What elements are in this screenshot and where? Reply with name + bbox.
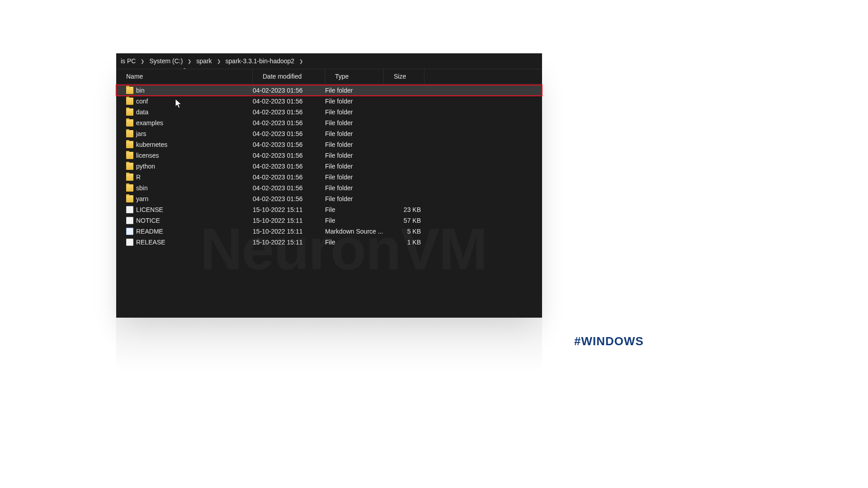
file-name: NOTICE bbox=[136, 217, 160, 224]
folder-icon bbox=[126, 141, 133, 148]
folder-icon bbox=[126, 119, 133, 127]
cell-name: sbin bbox=[126, 184, 253, 192]
column-header-size[interactable]: Size bbox=[384, 69, 425, 84]
file-row[interactable]: NOTICE15-10-2022 15:11File57 KB bbox=[116, 215, 542, 226]
file-row[interactable]: yarn04-02-2023 01:56File folder bbox=[116, 193, 542, 204]
cell-name: RELEASE bbox=[126, 239, 253, 246]
reflection-fade bbox=[116, 318, 542, 385]
cell-date: 04-02-2023 01:56 bbox=[253, 98, 325, 105]
cell-date: 04-02-2023 01:56 bbox=[253, 163, 325, 170]
cell-date: 15-10-2022 15:11 bbox=[253, 206, 325, 213]
file-name: python bbox=[136, 163, 155, 170]
cell-type: File bbox=[325, 239, 384, 246]
cell-type: File bbox=[325, 217, 384, 224]
cell-type: File folder bbox=[325, 98, 384, 105]
cell-date: 04-02-2023 01:56 bbox=[253, 195, 325, 202]
cell-type: File folder bbox=[325, 152, 384, 159]
cell-name: licenses bbox=[126, 152, 253, 159]
column-header-label: Name bbox=[126, 73, 143, 80]
cell-size: 5 KB bbox=[384, 228, 425, 235]
file-explorer-window: is PC ❯ System (C:) ❯ spark ❯ spark-3.3.… bbox=[116, 53, 542, 318]
breadcrumb-segment[interactable]: spark-3.3.1-bin-hadoop2 bbox=[223, 56, 297, 66]
hashtag-text: #WINDOWS bbox=[574, 334, 633, 343]
cell-name: yarn bbox=[126, 195, 253, 202]
file-row[interactable]: kubernetes04-02-2023 01:56File folder bbox=[116, 139, 542, 150]
breadcrumb-segment[interactable]: is PC bbox=[118, 56, 138, 66]
cell-date: 04-02-2023 01:56 bbox=[253, 108, 325, 116]
cell-name: examples bbox=[126, 119, 253, 127]
folder-icon bbox=[126, 174, 133, 181]
file-row[interactable]: bin04-02-2023 01:56File folder bbox=[116, 85, 542, 96]
cell-type: File folder bbox=[325, 174, 384, 181]
column-headers: ⌃ Name Date modified Type Size bbox=[116, 69, 542, 84]
file-row[interactable]: R04-02-2023 01:56File folder bbox=[116, 172, 542, 183]
cell-date: 04-02-2023 01:56 bbox=[253, 119, 325, 127]
column-header-label: Type bbox=[335, 73, 349, 80]
file-row[interactable]: python04-02-2023 01:56File folder bbox=[116, 161, 542, 172]
file-row[interactable]: examples04-02-2023 01:56File folder bbox=[116, 117, 542, 128]
column-header-type[interactable]: Type bbox=[325, 69, 384, 84]
chevron-right-icon[interactable]: ❯ bbox=[185, 57, 193, 65]
cell-name: R bbox=[126, 174, 253, 181]
column-header-label: Size bbox=[394, 73, 406, 80]
file-name: conf bbox=[136, 98, 148, 105]
cell-date: 15-10-2022 15:11 bbox=[253, 228, 325, 235]
cell-date: 15-10-2022 15:11 bbox=[253, 239, 325, 246]
file-row[interactable]: conf04-02-2023 01:56File folder bbox=[116, 96, 542, 107]
folder-icon bbox=[126, 184, 133, 192]
file-name: jars bbox=[136, 130, 146, 137]
file-row[interactable]: sbin04-02-2023 01:56File folder bbox=[116, 183, 542, 193]
file-name: data bbox=[136, 108, 148, 116]
file-row[interactable]: data04-02-2023 01:56File folder bbox=[116, 107, 542, 117]
cell-name: bin bbox=[126, 87, 253, 94]
cell-size: 1 KB bbox=[384, 239, 425, 246]
cell-type: File folder bbox=[325, 141, 384, 148]
chevron-right-icon[interactable]: ❯ bbox=[297, 57, 305, 65]
cell-type: File folder bbox=[325, 184, 384, 192]
file-name: examples bbox=[136, 119, 163, 127]
file-icon bbox=[126, 217, 133, 224]
cell-date: 04-02-2023 01:56 bbox=[253, 130, 325, 137]
folder-icon bbox=[126, 108, 133, 116]
column-header-name[interactable]: ⌃ Name bbox=[116, 69, 253, 84]
chevron-right-icon[interactable]: ❯ bbox=[215, 57, 223, 65]
cell-date: 04-02-2023 01:56 bbox=[253, 87, 325, 94]
chevron-right-icon[interactable]: ❯ bbox=[138, 57, 146, 65]
folder-icon bbox=[126, 98, 133, 105]
cell-date: 04-02-2023 01:56 bbox=[253, 152, 325, 159]
folder-icon bbox=[126, 130, 133, 137]
cell-name: conf bbox=[126, 98, 253, 105]
file-icon bbox=[126, 206, 133, 213]
folder-icon bbox=[126, 195, 133, 202]
column-header-date-modified[interactable]: Date modified bbox=[253, 69, 325, 84]
cell-type: File folder bbox=[325, 130, 384, 137]
cell-size: 23 KB bbox=[384, 206, 425, 213]
file-name: kubernetes bbox=[136, 141, 167, 148]
file-row[interactable]: README15-10-2022 15:11Markdown Source ..… bbox=[116, 226, 542, 237]
folder-icon bbox=[126, 152, 133, 159]
file-row[interactable]: jars04-02-2023 01:56File folder bbox=[116, 128, 542, 139]
file-list: NeuronVM bin04-02-2023 01:56File folderc… bbox=[116, 84, 542, 248]
cell-type: File folder bbox=[325, 119, 384, 127]
sort-asc-icon: ⌃ bbox=[183, 67, 186, 72]
cell-date: 15-10-2022 15:11 bbox=[253, 217, 325, 224]
file-name: yarn bbox=[136, 195, 148, 202]
breadcrumb-segment[interactable]: spark bbox=[193, 56, 214, 66]
breadcrumb-segment[interactable]: System (C:) bbox=[146, 56, 185, 66]
file-row[interactable]: licenses04-02-2023 01:56File folder bbox=[116, 150, 542, 161]
cell-name: README bbox=[126, 228, 253, 235]
file-name: README bbox=[136, 228, 163, 235]
file-row[interactable]: RELEASE15-10-2022 15:11File1 KB bbox=[116, 237, 542, 248]
file-icon bbox=[126, 239, 133, 246]
file-name: licenses bbox=[136, 152, 159, 159]
file-name: bin bbox=[136, 87, 145, 94]
cell-type: File folder bbox=[325, 195, 384, 202]
file-name: RELEASE bbox=[136, 239, 165, 246]
cell-date: 04-02-2023 01:56 bbox=[253, 174, 325, 181]
cell-name: data bbox=[126, 108, 253, 116]
cell-type: File folder bbox=[325, 163, 384, 170]
file-name: R bbox=[136, 174, 141, 181]
cell-date: 04-02-2023 01:56 bbox=[253, 184, 325, 192]
file-row[interactable]: LICENSE15-10-2022 15:11File23 KB bbox=[116, 204, 542, 215]
folder-icon bbox=[126, 163, 133, 170]
